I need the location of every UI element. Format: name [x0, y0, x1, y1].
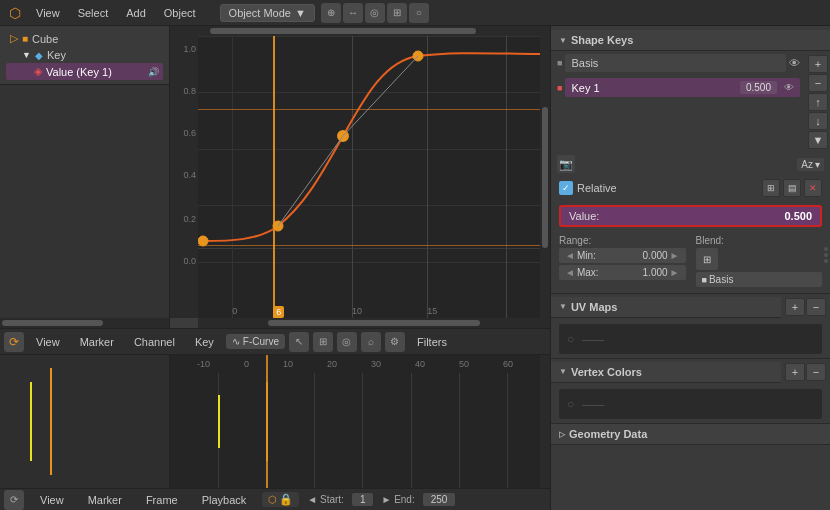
bottom-menu-view[interactable]: View [32, 492, 72, 508]
relative-icon2[interactable]: ▤ [783, 179, 801, 197]
blend-basis-field[interactable]: ■ Basis [696, 272, 823, 287]
sk-add-button[interactable]: + [808, 55, 828, 73]
blend-mesh-icon: ■ [702, 275, 707, 285]
bottom-menu-frame[interactable]: Frame [138, 492, 186, 508]
tl-tool2-icon[interactable]: ⊞ [313, 332, 333, 352]
tree-cube-label: Cube [32, 33, 58, 45]
prop-edit-icon[interactable]: ○ [409, 3, 429, 23]
global-icon[interactable]: ⊕ [321, 3, 341, 23]
menu-object[interactable]: Object [156, 5, 204, 21]
sk-more-button[interactable]: ▼ [808, 131, 828, 149]
min-value: 0.000 [598, 250, 668, 261]
tl-menu-marker[interactable]: Marker [72, 334, 122, 350]
tree-scrollbar[interactable] [0, 318, 169, 328]
tl-menu-channel[interactable]: Channel [126, 334, 183, 350]
tree-item-cube[interactable]: ▷ ■ Cube [6, 30, 163, 47]
key1-eye-icon[interactable]: 👁 [784, 82, 794, 93]
uv-empty-icon: ○ [567, 332, 574, 346]
sk-row-key1[interactable]: ■ Key 1 0.500 👁 [551, 75, 806, 100]
sk-entry-basis[interactable]: Basis [565, 54, 786, 72]
tl-keyframe-orange [266, 382, 268, 462]
tl-tree-area [0, 355, 170, 488]
end-label: ► End: [381, 494, 414, 505]
vertex-colors-header[interactable]: ▼ Vertex Colors [551, 362, 781, 383]
menu-add[interactable]: Add [118, 5, 154, 21]
value-field[interactable]: Value: 0.500 [559, 205, 822, 227]
sk-remove-button[interactable]: − [808, 74, 828, 92]
menu-select[interactable]: Select [70, 5, 117, 21]
x-label-0: 0 [232, 306, 237, 316]
timeline-menubar: ⟳ View Marker Channel Key ∿ F-Curve ↖ ⊞ … [0, 329, 550, 355]
sk-entry-key1[interactable]: Key 1 0.500 👁 [565, 78, 800, 97]
max-arrow-right[interactable]: ► [670, 267, 680, 278]
graph-bottom-scrollbar[interactable] [198, 318, 550, 328]
end-field[interactable]: 250 [423, 493, 456, 506]
bottom-menu-playback[interactable]: Playback [194, 492, 255, 508]
sk-list: ■ Basis 👁 ■ Key 1 0.500 👁 [551, 51, 806, 153]
y-axis: 1.0 0.8 0.6 0.4 0.2 0.0 [170, 36, 198, 318]
geometry-data-header[interactable]: ▷ Geometry Data [551, 424, 830, 445]
blend-icon1[interactable]: ⊞ [696, 248, 718, 270]
tl-filters-label[interactable]: Filters [409, 334, 455, 350]
start-field[interactable]: 1 [352, 493, 374, 506]
tl-label-30: 30 [371, 359, 381, 369]
basis-label: Basis [571, 57, 598, 69]
tl-tool3-icon[interactable]: ◎ [337, 332, 357, 352]
snap-icon[interactable]: ⊞ [387, 3, 407, 23]
transform-icon[interactable]: ↔ [343, 3, 363, 23]
sk-down-button[interactable]: ↓ [808, 112, 828, 130]
gd-triangle-icon: ▷ [559, 430, 565, 439]
graph-vscrollbar[interactable] [540, 36, 550, 318]
tl-canvas[interactable]: -10 0 10 20 30 40 50 60 [170, 355, 540, 488]
basis-mesh-icon: ■ [557, 58, 562, 68]
sk-text-button[interactable]: Az ▾ [797, 158, 824, 171]
uv-maps-header[interactable]: ▼ UV Maps [551, 297, 781, 318]
tl-menu-key[interactable]: Key [187, 334, 222, 350]
y-label-10: 1.0 [183, 44, 196, 54]
sk-row-basis[interactable]: ■ Basis 👁 [551, 51, 806, 75]
mode-label: Object Mode [229, 7, 291, 19]
relative-close-button[interactable]: ✕ [804, 179, 822, 197]
min-arrow-right[interactable]: ► [670, 250, 680, 261]
main-layout: ▷ ■ Cube ▼ ◆ Key ◈ Value (Key 1) 🔊 [0, 26, 830, 510]
tree-item-key[interactable]: ▼ ◆ Key [6, 47, 163, 63]
sk-list-area: ■ Basis 👁 ■ Key 1 0.500 👁 [551, 51, 830, 153]
y-label-02: 0.2 [183, 214, 196, 224]
max-field[interactable]: ◄ Max: 1.000 ► [559, 265, 686, 280]
sk-camera-icon[interactable]: 📷 [557, 155, 575, 173]
fcurve-label: F-Curve [243, 336, 279, 347]
relative-icon1[interactable]: ⊞ [762, 179, 780, 197]
sk-up-button[interactable]: ↑ [808, 93, 828, 111]
geometry-data-title: Geometry Data [569, 428, 647, 440]
relative-label: Relative [577, 182, 617, 194]
relative-checkbox[interactable]: ✓ [559, 181, 573, 195]
shape-keys-header[interactable]: ▼ Shape Keys [551, 30, 830, 51]
max-arrow-left[interactable]: ◄ [565, 267, 575, 278]
vertex-colors-title: Vertex Colors [571, 366, 642, 378]
vc-add-button[interactable]: + [785, 363, 805, 381]
vc-remove-button[interactable]: − [806, 363, 826, 381]
toolbar-icons: ⊕ ↔ ◎ ⊞ ○ [321, 3, 429, 23]
uv-remove-button[interactable]: − [806, 298, 826, 316]
menu-view[interactable]: View [28, 5, 68, 21]
timeline-header-icon[interactable]: ⟳ [4, 332, 24, 352]
tl-search-icon[interactable]: ⌕ [361, 332, 381, 352]
pivot-icon[interactable]: ◎ [365, 3, 385, 23]
tree-item-value[interactable]: ◈ Value (Key 1) 🔊 [6, 63, 163, 80]
min-arrow-left[interactable]: ◄ [565, 250, 575, 261]
sk-text-icon: Az [801, 159, 813, 170]
timeline-canvas-area: -10 0 10 20 30 40 50 60 [0, 355, 550, 488]
tl-settings-icon[interactable]: ⚙ [385, 332, 405, 352]
graph-hscrollbar-top[interactable] [170, 26, 550, 36]
basis-eye-icon[interactable]: 👁 [789, 57, 800, 69]
tree-expand-icon: ▼ [22, 50, 31, 60]
uv-add-button[interactable]: + [785, 298, 805, 316]
fcurve-button[interactable]: ∿ F-Curve [226, 334, 285, 349]
bottom-icon[interactable]: ⟳ [4, 490, 24, 510]
tl-vscrollbar[interactable] [540, 355, 550, 488]
bottom-menu-marker[interactable]: Marker [80, 492, 130, 508]
min-field[interactable]: ◄ Min: 0.000 ► [559, 248, 686, 263]
mode-selector[interactable]: Object Mode ▼ [220, 4, 315, 22]
tl-select-icon[interactable]: ↖ [289, 332, 309, 352]
tl-menu-view[interactable]: View [28, 334, 68, 350]
